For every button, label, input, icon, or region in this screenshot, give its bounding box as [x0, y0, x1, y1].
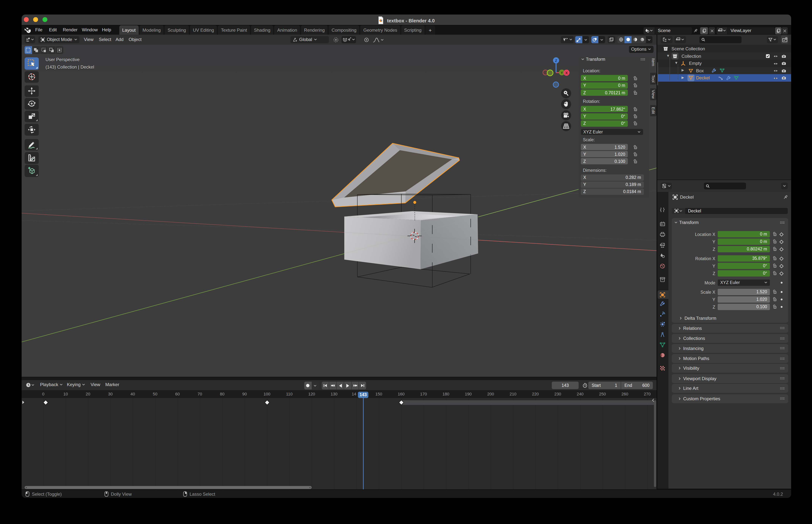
svg-text:Y: Y [561, 71, 563, 75]
svg-text:Z: Z [555, 59, 557, 62]
svg-text:X: X [565, 71, 568, 75]
